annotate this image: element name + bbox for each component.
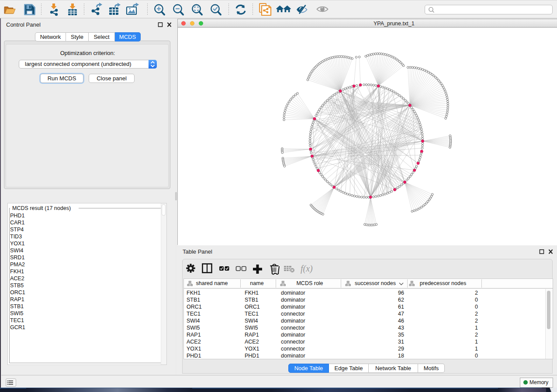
svg-text:f(x): f(x) [301, 264, 313, 274]
